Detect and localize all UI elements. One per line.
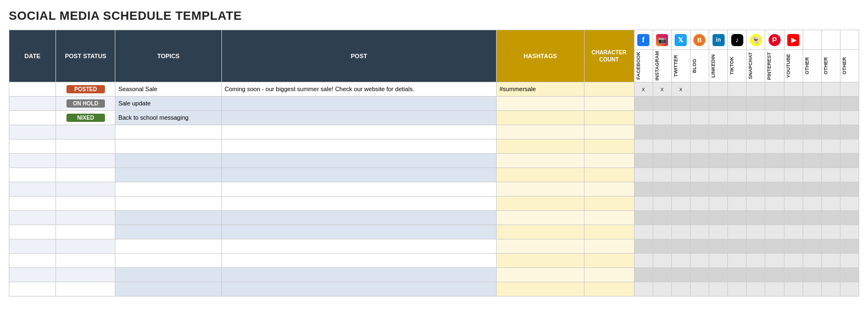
cell-hashtags[interactable] — [497, 125, 584, 139]
cell-hashtags[interactable] — [497, 110, 584, 125]
cell-hashtags[interactable] — [497, 253, 584, 267]
cell-status[interactable] — [56, 167, 115, 182]
cell-social[interactable] — [765, 196, 784, 210]
cell-social[interactable] — [840, 125, 859, 139]
cell-social[interactable] — [709, 139, 728, 153]
cell-social[interactable] — [803, 282, 821, 296]
cell-social[interactable] — [747, 153, 765, 167]
cell-social[interactable] — [690, 267, 709, 282]
cell-hashtags[interactable] — [497, 239, 584, 253]
cell-status[interactable] — [56, 182, 115, 196]
cell-social[interactable] — [765, 267, 784, 282]
cell-hashtags[interactable] — [497, 182, 584, 196]
cell-social[interactable] — [709, 267, 728, 282]
cell-social[interactable] — [765, 182, 784, 196]
cell-social[interactable] — [765, 82, 784, 96]
cell-social[interactable] — [765, 210, 784, 225]
cell-hashtags[interactable] — [497, 153, 584, 167]
cell-social[interactable] — [821, 139, 840, 153]
cell-hashtags[interactable] — [497, 139, 584, 153]
cell-social[interactable] — [747, 267, 765, 282]
cell-social[interactable] — [728, 267, 747, 282]
cell-social[interactable] — [765, 125, 784, 139]
cell-hashtags[interactable] — [497, 282, 584, 296]
cell-post[interactable] — [221, 153, 497, 167]
cell-hashtags[interactable] — [497, 210, 584, 225]
cell-social[interactable] — [747, 182, 765, 196]
cell-charcount[interactable] — [584, 210, 634, 225]
cell-social[interactable] — [634, 210, 653, 225]
cell-social[interactable] — [709, 153, 728, 167]
cell-social[interactable] — [821, 182, 840, 196]
cell-social[interactable] — [784, 125, 803, 139]
cell-status[interactable] — [56, 139, 115, 153]
cell-date[interactable] — [9, 196, 56, 210]
cell-social[interactable] — [690, 182, 709, 196]
cell-social[interactable] — [728, 153, 747, 167]
cell-social[interactable] — [709, 125, 728, 139]
cell-social[interactable] — [840, 139, 859, 153]
cell-social[interactable] — [728, 282, 747, 296]
cell-status[interactable] — [56, 210, 115, 225]
cell-date[interactable] — [9, 167, 56, 182]
cell-status[interactable] — [56, 125, 115, 139]
cell-charcount[interactable] — [584, 196, 634, 210]
cell-social[interactable] — [803, 239, 821, 253]
cell-social[interactable] — [803, 182, 821, 196]
cell-social[interactable] — [784, 253, 803, 267]
cell-status[interactable] — [56, 239, 115, 253]
cell-post[interactable] — [221, 225, 497, 239]
cell-social[interactable] — [803, 125, 821, 139]
cell-hashtags[interactable] — [497, 225, 584, 239]
cell-post[interactable] — [221, 182, 497, 196]
cell-social[interactable] — [671, 253, 690, 267]
cell-social[interactable] — [784, 153, 803, 167]
cell-social[interactable] — [728, 225, 747, 239]
cell-social[interactable] — [803, 225, 821, 239]
cell-social[interactable] — [840, 153, 859, 167]
cell-social[interactable] — [690, 210, 709, 225]
cell-social[interactable] — [709, 182, 728, 196]
cell-social[interactable] — [784, 239, 803, 253]
cell-date[interactable] — [9, 239, 56, 253]
cell-social[interactable] — [634, 239, 653, 253]
cell-topics[interactable] — [115, 167, 221, 182]
cell-social[interactable] — [784, 225, 803, 239]
cell-social[interactable] — [709, 96, 728, 110]
cell-social[interactable] — [671, 282, 690, 296]
cell-topics[interactable] — [115, 139, 221, 153]
cell-charcount[interactable] — [584, 225, 634, 239]
cell-social[interactable] — [653, 139, 671, 153]
cell-topics[interactable] — [115, 196, 221, 210]
cell-date[interactable] — [9, 110, 56, 125]
cell-social[interactable] — [784, 267, 803, 282]
cell-charcount[interactable] — [584, 125, 634, 139]
cell-social[interactable] — [709, 282, 728, 296]
cell-social[interactable] — [821, 96, 840, 110]
cell-social[interactable] — [765, 239, 784, 253]
cell-charcount[interactable] — [584, 82, 634, 96]
cell-date[interactable] — [9, 225, 56, 239]
cell-social[interactable] — [765, 225, 784, 239]
cell-date[interactable] — [9, 125, 56, 139]
cell-social[interactable] — [728, 239, 747, 253]
cell-social[interactable] — [728, 196, 747, 210]
cell-social[interactable] — [765, 153, 784, 167]
cell-social[interactable] — [634, 182, 653, 196]
cell-social[interactable] — [728, 110, 747, 125]
cell-social[interactable] — [784, 139, 803, 153]
cell-social[interactable] — [671, 96, 690, 110]
cell-social[interactable] — [709, 82, 728, 96]
cell-social[interactable] — [728, 125, 747, 139]
cell-charcount[interactable] — [584, 239, 634, 253]
cell-social[interactable] — [784, 82, 803, 96]
cell-status[interactable] — [56, 253, 115, 267]
cell-social[interactable] — [803, 153, 821, 167]
cell-social[interactable] — [671, 196, 690, 210]
cell-social[interactable] — [784, 110, 803, 125]
cell-social[interactable] — [747, 167, 765, 182]
cell-social[interactable] — [803, 210, 821, 225]
cell-social[interactable]: x — [671, 82, 690, 96]
cell-social[interactable] — [653, 210, 671, 225]
cell-social[interactable] — [747, 253, 765, 267]
